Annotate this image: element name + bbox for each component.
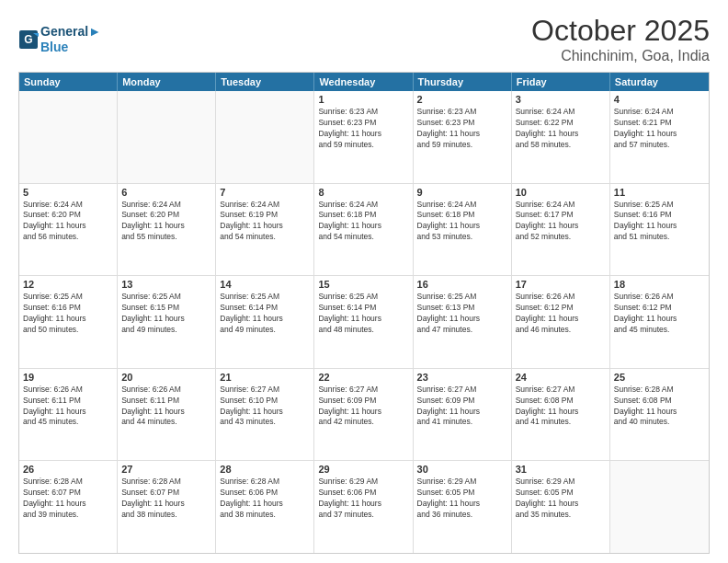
day-number: 17 bbox=[516, 279, 606, 290]
calendar-cell-7: 7Sunrise: 6:24 AM Sunset: 6:19 PM Daylig… bbox=[216, 184, 314, 276]
calendar-week-1: 1Sunrise: 6:23 AM Sunset: 6:23 PM Daylig… bbox=[19, 91, 709, 183]
calendar-header: SundayMondayTuesdayWednesdayThursdayFrid… bbox=[19, 73, 709, 91]
cell-daylight-text: Sunrise: 6:28 AM Sunset: 6:07 PM Dayligh… bbox=[121, 477, 211, 521]
day-number: 9 bbox=[417, 187, 507, 198]
cell-daylight-text: Sunrise: 6:24 AM Sunset: 6:18 PM Dayligh… bbox=[318, 200, 408, 244]
weekday-header-sunday: Sunday bbox=[19, 73, 118, 91]
day-number: 4 bbox=[614, 94, 705, 105]
calendar-cell-6: 6Sunrise: 6:24 AM Sunset: 6:20 PM Daylig… bbox=[118, 184, 216, 276]
calendar-cell-23: 23Sunrise: 6:27 AM Sunset: 6:09 PM Dayli… bbox=[414, 369, 512, 461]
calendar-week-4: 19Sunrise: 6:26 AM Sunset: 6:11 PM Dayli… bbox=[19, 368, 709, 461]
calendar-cell-25: 25Sunrise: 6:28 AM Sunset: 6:08 PM Dayli… bbox=[610, 369, 709, 461]
day-number: 6 bbox=[121, 187, 211, 198]
cell-daylight-text: Sunrise: 6:26 AM Sunset: 6:12 PM Dayligh… bbox=[614, 292, 705, 336]
cell-daylight-text: Sunrise: 6:28 AM Sunset: 6:07 PM Dayligh… bbox=[23, 477, 113, 521]
calendar-week-5: 26Sunrise: 6:28 AM Sunset: 6:07 PM Dayli… bbox=[19, 460, 709, 553]
day-number: 15 bbox=[318, 279, 408, 290]
day-number: 22 bbox=[318, 372, 408, 383]
day-number: 13 bbox=[121, 279, 211, 290]
calendar-cell-20: 20Sunrise: 6:26 AM Sunset: 6:11 PM Dayli… bbox=[118, 369, 216, 461]
calendar: SundayMondayTuesdayWednesdayThursdayFrid… bbox=[18, 72, 710, 554]
cell-daylight-text: Sunrise: 6:25 AM Sunset: 6:13 PM Dayligh… bbox=[417, 292, 507, 336]
calendar-cell-17: 17Sunrise: 6:26 AM Sunset: 6:12 PM Dayli… bbox=[512, 276, 610, 368]
calendar-week-3: 12Sunrise: 6:25 AM Sunset: 6:16 PM Dayli… bbox=[19, 275, 709, 368]
calendar-cell-empty bbox=[610, 461, 709, 553]
calendar-cell-1: 1Sunrise: 6:23 AM Sunset: 6:23 PM Daylig… bbox=[314, 91, 413, 183]
calendar-cell-15: 15Sunrise: 6:25 AM Sunset: 6:14 PM Dayli… bbox=[314, 276, 413, 368]
calendar-cell-2: 2Sunrise: 6:23 AM Sunset: 6:23 PM Daylig… bbox=[414, 91, 512, 183]
cell-daylight-text: Sunrise: 6:23 AM Sunset: 6:23 PM Dayligh… bbox=[417, 107, 507, 151]
location: Chinchinim, Goa, India bbox=[531, 48, 710, 64]
day-number: 26 bbox=[23, 464, 113, 475]
day-number: 19 bbox=[23, 372, 113, 383]
calendar-cell-16: 16Sunrise: 6:25 AM Sunset: 6:13 PM Dayli… bbox=[414, 276, 512, 368]
day-number: 18 bbox=[614, 279, 705, 290]
calendar-cell-30: 30Sunrise: 6:29 AM Sunset: 6:05 PM Dayli… bbox=[414, 461, 512, 553]
page-header: G General► Blue October 2025 Chinchinim,… bbox=[18, 14, 710, 64]
day-number: 2 bbox=[417, 94, 507, 105]
cell-daylight-text: Sunrise: 6:27 AM Sunset: 6:08 PM Dayligh… bbox=[516, 385, 606, 429]
day-number: 10 bbox=[516, 187, 606, 198]
calendar-cell-12: 12Sunrise: 6:25 AM Sunset: 6:16 PM Dayli… bbox=[19, 276, 118, 368]
calendar-cell-13: 13Sunrise: 6:25 AM Sunset: 6:15 PM Dayli… bbox=[118, 276, 216, 368]
cell-daylight-text: Sunrise: 6:26 AM Sunset: 6:11 PM Dayligh… bbox=[23, 385, 113, 429]
svg-text:G: G bbox=[24, 33, 32, 46]
calendar-week-2: 5Sunrise: 6:24 AM Sunset: 6:20 PM Daylig… bbox=[19, 183, 709, 276]
month-title: October 2025 bbox=[531, 14, 710, 48]
calendar-cell-27: 27Sunrise: 6:28 AM Sunset: 6:07 PM Dayli… bbox=[118, 461, 216, 553]
weekday-header-monday: Monday bbox=[118, 73, 216, 91]
title-block: October 2025 Chinchinim, Goa, India bbox=[531, 14, 710, 64]
day-number: 30 bbox=[417, 464, 507, 475]
cell-daylight-text: Sunrise: 6:24 AM Sunset: 6:18 PM Dayligh… bbox=[417, 200, 507, 244]
day-number: 11 bbox=[614, 187, 705, 198]
cell-daylight-text: Sunrise: 6:24 AM Sunset: 6:20 PM Dayligh… bbox=[121, 200, 211, 244]
weekday-header-saturday: Saturday bbox=[610, 73, 709, 91]
cell-daylight-text: Sunrise: 6:25 AM Sunset: 6:16 PM Dayligh… bbox=[614, 200, 705, 244]
calendar-cell-21: 21Sunrise: 6:27 AM Sunset: 6:10 PM Dayli… bbox=[216, 369, 314, 461]
calendar-cell-3: 3Sunrise: 6:24 AM Sunset: 6:22 PM Daylig… bbox=[512, 91, 610, 183]
cell-daylight-text: Sunrise: 6:29 AM Sunset: 6:05 PM Dayligh… bbox=[516, 477, 606, 521]
day-number: 20 bbox=[121, 372, 211, 383]
calendar-cell-4: 4Sunrise: 6:24 AM Sunset: 6:21 PM Daylig… bbox=[610, 91, 709, 183]
cell-daylight-text: Sunrise: 6:26 AM Sunset: 6:11 PM Dayligh… bbox=[121, 385, 211, 429]
cell-daylight-text: Sunrise: 6:26 AM Sunset: 6:12 PM Dayligh… bbox=[516, 292, 606, 336]
cell-daylight-text: Sunrise: 6:23 AM Sunset: 6:23 PM Dayligh… bbox=[318, 107, 408, 151]
cell-daylight-text: Sunrise: 6:25 AM Sunset: 6:16 PM Dayligh… bbox=[23, 292, 113, 336]
day-number: 12 bbox=[23, 279, 113, 290]
weekday-header-wednesday: Wednesday bbox=[314, 73, 413, 91]
cell-daylight-text: Sunrise: 6:24 AM Sunset: 6:17 PM Dayligh… bbox=[516, 200, 606, 244]
calendar-cell-5: 5Sunrise: 6:24 AM Sunset: 6:20 PM Daylig… bbox=[19, 184, 118, 276]
calendar-cell-empty bbox=[118, 91, 216, 183]
day-number: 14 bbox=[220, 279, 310, 290]
calendar-cell-24: 24Sunrise: 6:27 AM Sunset: 6:08 PM Dayli… bbox=[512, 369, 610, 461]
calendar-cell-9: 9Sunrise: 6:24 AM Sunset: 6:18 PM Daylig… bbox=[414, 184, 512, 276]
cell-daylight-text: Sunrise: 6:24 AM Sunset: 6:22 PM Dayligh… bbox=[516, 107, 606, 151]
cell-daylight-text: Sunrise: 6:27 AM Sunset: 6:10 PM Dayligh… bbox=[220, 385, 310, 429]
logo-icon: G bbox=[18, 29, 39, 50]
cell-daylight-text: Sunrise: 6:25 AM Sunset: 6:14 PM Dayligh… bbox=[220, 292, 310, 336]
day-number: 31 bbox=[516, 464, 606, 475]
day-number: 5 bbox=[23, 187, 113, 198]
calendar-body: 1Sunrise: 6:23 AM Sunset: 6:23 PM Daylig… bbox=[19, 91, 709, 553]
cell-daylight-text: Sunrise: 6:24 AM Sunset: 6:21 PM Dayligh… bbox=[614, 107, 705, 151]
day-number: 28 bbox=[220, 464, 310, 475]
calendar-cell-10: 10Sunrise: 6:24 AM Sunset: 6:17 PM Dayli… bbox=[512, 184, 610, 276]
day-number: 24 bbox=[516, 372, 606, 383]
weekday-header-friday: Friday bbox=[512, 73, 610, 91]
day-number: 25 bbox=[614, 372, 705, 383]
calendar-cell-22: 22Sunrise: 6:27 AM Sunset: 6:09 PM Dayli… bbox=[314, 369, 413, 461]
day-number: 21 bbox=[220, 372, 310, 383]
cell-daylight-text: Sunrise: 6:29 AM Sunset: 6:05 PM Dayligh… bbox=[417, 477, 507, 521]
calendar-cell-18: 18Sunrise: 6:26 AM Sunset: 6:12 PM Dayli… bbox=[610, 276, 709, 368]
cell-daylight-text: Sunrise: 6:25 AM Sunset: 6:14 PM Dayligh… bbox=[318, 292, 408, 336]
calendar-cell-11: 11Sunrise: 6:25 AM Sunset: 6:16 PM Dayli… bbox=[610, 184, 709, 276]
cell-daylight-text: Sunrise: 6:28 AM Sunset: 6:06 PM Dayligh… bbox=[220, 477, 310, 521]
calendar-cell-31: 31Sunrise: 6:29 AM Sunset: 6:05 PM Dayli… bbox=[512, 461, 610, 553]
calendar-cell-empty bbox=[216, 91, 314, 183]
calendar-cell-29: 29Sunrise: 6:29 AM Sunset: 6:06 PM Dayli… bbox=[314, 461, 413, 553]
calendar-cell-8: 8Sunrise: 6:24 AM Sunset: 6:18 PM Daylig… bbox=[314, 184, 413, 276]
calendar-cell-empty bbox=[19, 91, 118, 183]
cell-daylight-text: Sunrise: 6:27 AM Sunset: 6:09 PM Dayligh… bbox=[417, 385, 507, 429]
cell-daylight-text: Sunrise: 6:27 AM Sunset: 6:09 PM Dayligh… bbox=[318, 385, 408, 429]
weekday-header-thursday: Thursday bbox=[414, 73, 512, 91]
